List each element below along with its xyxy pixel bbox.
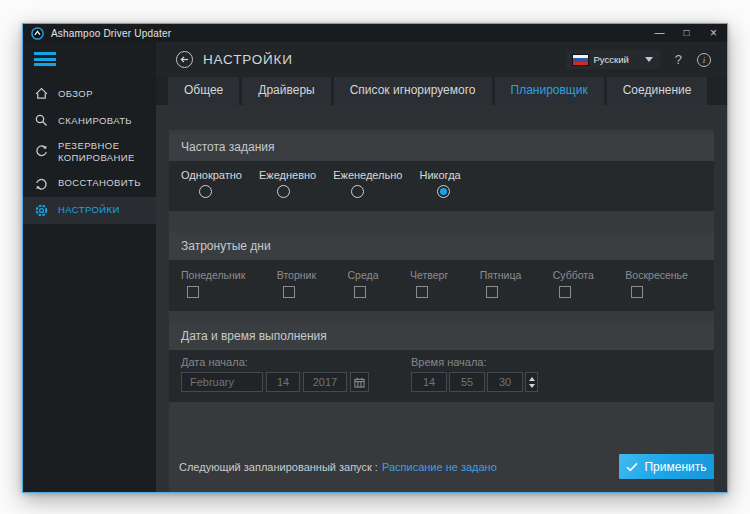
checkbox-monday[interactable] [187, 286, 199, 298]
language-dropdown[interactable]: Русский [566, 50, 660, 69]
sidebar: ОБЗОР СКАНИРОВАТЬ РЕЗЕРВНОЕ КОПИРОВАНИЕ [23, 42, 156, 492]
footer-bar: Следующий запланированный запуск : Распи… [169, 454, 714, 479]
sidebar-item-label: ВОССТАНОВИТЬ [58, 177, 141, 189]
radio-button-daily[interactable] [277, 185, 290, 198]
tab-general[interactable]: Общее [168, 77, 239, 105]
checkbox-friday[interactable] [486, 286, 498, 298]
sidebar-item-overview[interactable]: ОБЗОР [23, 80, 156, 107]
section-title-frequency: Частота задания [169, 134, 714, 161]
next-run-label: Следующий запланированный запуск : [179, 461, 378, 473]
start-time-label: Время начала: [411, 356, 538, 368]
start-date-label: Дата начала: [181, 356, 369, 368]
sidebar-item-restore[interactable]: ВОССТАНОВИТЬ [23, 170, 156, 197]
next-run-value-link[interactable]: Расписание не задано [382, 461, 497, 473]
check-icon [626, 462, 638, 472]
checkbox-sunday[interactable] [631, 286, 643, 298]
section-title-datetime: Дата и время выполнения [169, 323, 714, 350]
hour-field[interactable]: 14 [411, 372, 447, 392]
checkbox-label: Понедельник [181, 269, 245, 281]
radio-button-once[interactable] [199, 185, 212, 198]
help-button[interactable]: ? [675, 52, 682, 67]
checkbox-wednesday[interactable] [354, 286, 366, 298]
time-stepper[interactable] [525, 372, 538, 392]
radio-label: Ежедневно [259, 169, 316, 181]
checkbox-thursday[interactable] [416, 286, 428, 298]
page-header: НАСТРОЙКИ Русский ? i [156, 42, 727, 77]
day-monday[interactable]: Понедельник [181, 269, 245, 311]
apply-button[interactable]: Применить [619, 454, 714, 479]
sidebar-item-label: ОБЗОР [58, 88, 93, 100]
restore-icon [34, 176, 49, 191]
minute-field[interactable]: 55 [449, 372, 485, 392]
month-field[interactable]: February [181, 372, 263, 392]
checkbox-label: Среда [348, 269, 379, 281]
tab-ignore-list[interactable]: Список игнорируемого [334, 77, 492, 105]
apply-button-label: Применить [644, 460, 706, 474]
day-wednesday[interactable]: Среда [348, 269, 379, 311]
window-controls: — □ × [646, 24, 727, 42]
scheduler-panel: Частота задания Однократно Ежедневно Еже… [169, 130, 714, 492]
menu-icon[interactable] [34, 52, 56, 66]
checkbox-label: Четверг [410, 269, 448, 281]
radio-button-never[interactable] [437, 185, 450, 198]
checkbox-tuesday[interactable] [283, 286, 295, 298]
back-button[interactable] [176, 51, 193, 68]
settings-tabs: Общее Драйверы Список игнорируемого План… [156, 77, 727, 105]
day-saturday[interactable]: Суббота [553, 269, 594, 311]
app-window: Ashampoo Driver Updater — □ × ОБЗОР [22, 23, 728, 493]
days-row: Понедельник Вторник Среда Четверг [169, 260, 714, 311]
tab-connection[interactable]: Соединение [607, 77, 708, 105]
frequency-options-row: Однократно Ежедневно Еженедельно Ни [169, 161, 714, 211]
section-title-days: Затронутые дни [169, 233, 714, 260]
year-field[interactable]: 2017 [303, 372, 347, 392]
close-button[interactable]: × [700, 24, 727, 42]
second-field[interactable]: 30 [487, 372, 523, 392]
calendar-button[interactable] [350, 372, 369, 392]
sidebar-item-label: РЕЗЕРВНОЕ КОПИРОВАНИЕ [58, 140, 150, 164]
datetime-row: Дата начала: February 14 2017 [169, 350, 714, 402]
checkbox-label: Пятница [480, 269, 522, 281]
stepper-down-icon[interactable] [529, 384, 535, 388]
radio-label: Однократно [181, 169, 242, 181]
radio-label: Никогда [419, 169, 460, 181]
tab-drivers[interactable]: Драйверы [242, 77, 330, 105]
day-thursday[interactable]: Четверг [410, 269, 448, 311]
sidebar-item-label: НАСТРОЙКИ [58, 204, 120, 216]
app-logo-icon [31, 27, 44, 40]
frequency-option-weekly[interactable]: Еженедельно [333, 169, 402, 211]
chevron-down-icon [645, 57, 653, 62]
sidebar-item-settings[interactable]: НАСТРОЙКИ [23, 197, 156, 224]
day-tuesday[interactable]: Вторник [277, 269, 316, 311]
frequency-option-once[interactable]: Однократно [181, 169, 242, 211]
day-field[interactable]: 14 [266, 372, 300, 392]
window-title: Ashampoo Driver Updater [51, 28, 171, 39]
checkbox-label: Вторник [277, 269, 316, 281]
start-time-group: Время начала: 14 55 30 [411, 356, 538, 402]
search-icon [34, 113, 49, 128]
sidebar-item-label: СКАНИРОВАТЬ [58, 115, 132, 127]
radio-label: Еженедельно [333, 169, 402, 181]
scheduler-content: Частота задания Однократно Ежедневно Еже… [156, 105, 727, 492]
sidebar-item-scan[interactable]: СКАНИРОВАТЬ [23, 107, 156, 134]
maximize-button[interactable]: □ [673, 24, 700, 42]
day-sunday[interactable]: Воскресенье [625, 269, 688, 311]
frequency-option-daily[interactable]: Ежедневно [259, 169, 316, 211]
title-bar: Ashampoo Driver Updater — □ × [23, 24, 727, 42]
day-friday[interactable]: Пятница [480, 269, 522, 311]
minimize-button[interactable]: — [646, 24, 673, 42]
stepper-up-icon[interactable] [529, 377, 535, 381]
checkbox-label: Суббота [553, 269, 594, 281]
russian-flag-icon [573, 55, 588, 65]
radio-button-weekly[interactable] [351, 185, 364, 198]
tab-scheduler[interactable]: Планировщик [495, 77, 604, 105]
start-date-group: Дата начала: February 14 2017 [181, 356, 369, 402]
backup-icon [34, 144, 49, 159]
checkbox-label: Воскресенье [625, 269, 688, 281]
home-icon [34, 86, 49, 101]
gear-icon [34, 203, 49, 218]
sidebar-item-backup[interactable]: РЕЗЕРВНОЕ КОПИРОВАНИЕ [23, 134, 156, 170]
page-title: НАСТРОЙКИ [203, 52, 293, 67]
checkbox-saturday[interactable] [559, 286, 571, 298]
frequency-option-never[interactable]: Никогда [419, 169, 460, 211]
info-button[interactable]: i [697, 53, 711, 67]
